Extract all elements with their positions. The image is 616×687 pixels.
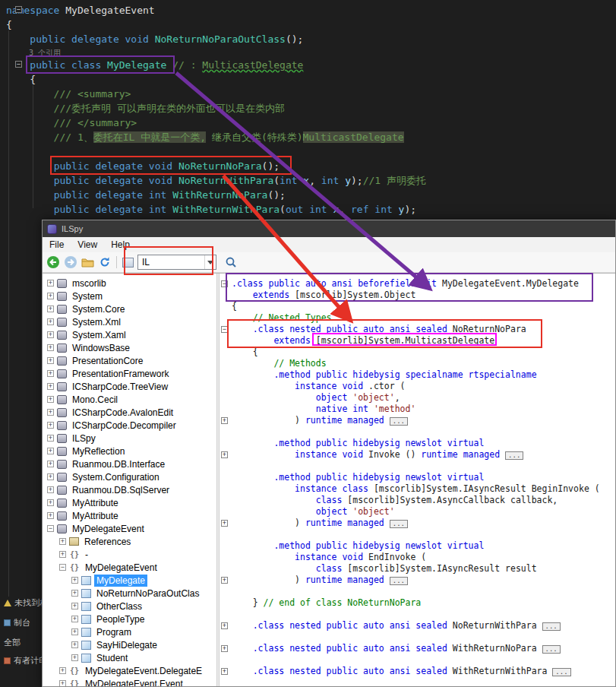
expand-icon[interactable]: +	[46, 448, 55, 454]
expand-icon[interactable]: +	[46, 370, 55, 377]
vs-code-line[interactable]: namespace MyDelegateEvent	[6, 3, 616, 17]
il-code-view[interactable]: −.class public auto ansi beforefieldinit…	[220, 274, 615, 686]
tree-item-PeopleType[interactable]: +PeopleType	[43, 613, 216, 625]
collapse-icon[interactable]: −	[46, 525, 55, 532]
expand-icon[interactable]: +	[46, 306, 55, 312]
collapsed-region-box[interactable]: ...	[552, 668, 570, 676]
il-code-line[interactable]: + ) runtime managed ...	[220, 415, 615, 426]
menu-view[interactable]: View	[71, 239, 104, 250]
expand-icon[interactable]: +	[70, 654, 80, 661]
fold-expand-icon[interactable]: +	[220, 449, 232, 461]
tree-item-ILSpy[interactable]: +ILSpy	[43, 432, 216, 445]
expand-icon[interactable]: +	[46, 344, 55, 351]
fold-collapse-icon[interactable]: −	[15, 61, 22, 68]
collapse-icon[interactable]: −	[58, 564, 68, 571]
tree-item-System.Xaml[interactable]: +System.Xaml	[43, 328, 216, 341]
il-code-line[interactable]: + instance void Invoke () runtime manage…	[220, 449, 615, 461]
collapsed-region-box[interactable]: ...	[542, 622, 561, 631]
expand-icon[interactable]: +	[46, 512, 55, 519]
vs-code-line[interactable]: /// <summary>	[6, 87, 616, 101]
expand-icon[interactable]: +	[46, 499, 55, 506]
fold-expand-icon[interactable]: +	[220, 620, 232, 632]
tree-item-MyAttribute[interactable]: +MyAttribute	[43, 509, 216, 522]
fold-expand-icon[interactable]: +	[220, 666, 232, 677]
expand-icon[interactable]: +	[58, 538, 68, 545]
chevron-down-icon[interactable]	[204, 255, 216, 269]
expand-icon[interactable]: +	[58, 680, 68, 686]
search-icon[interactable]	[225, 256, 237, 268]
tree-item-PresentationCore[interactable]: +PresentationCore	[43, 354, 216, 367]
il-code-line[interactable]: + ) runtime managed ...	[220, 518, 615, 529]
il-code-line[interactable]	[220, 654, 615, 666]
expand-icon[interactable]: +	[46, 486, 55, 493]
expand-icon[interactable]: +	[46, 331, 55, 338]
tree-item-ICSharpCode.Decompiler[interactable]: +ICSharpCode.Decompiler	[43, 419, 216, 432]
il-code-line[interactable]: .method public hidebysig newslot virtual	[220, 472, 615, 483]
il-code-line[interactable]: // Nested Types	[220, 312, 615, 324]
vs-code-line[interactable]: /// 1、委托在IL 中就是一个类, 继承自父类(特殊类)MulticastD…	[6, 130, 616, 144]
expand-icon[interactable]: +	[70, 628, 80, 635]
il-code-line[interactable]: native int 'method'	[220, 404, 615, 415]
fold-expand-icon[interactable]: +	[220, 575, 232, 586]
vs-code-line[interactable]: public delegate void NoReturnWithPara(in…	[6, 173, 616, 188]
il-code-line[interactable]	[220, 461, 615, 472]
collapsed-region-box[interactable]: ...	[390, 520, 408, 528]
collapsed-region-box[interactable]: ...	[390, 417, 408, 426]
il-code-line[interactable]: instance void .ctor (	[220, 381, 615, 392]
tree-item-MyDelegateEvent[interactable]: −{}MyDelegateEvent	[43, 561, 216, 574]
il-code-line[interactable]: {	[220, 347, 615, 358]
il-code-line[interactable]: extends [mscorlib]System.MulticastDelega…	[220, 335, 615, 347]
vs-code-line[interactable]: public delegate void NoReturnNoParaOutCl…	[6, 32, 616, 46]
tree-item-MyDelegateEvent.DelegateE[interactable]: +{}MyDelegateEvent.DelegateE	[43, 664, 216, 677]
il-code-line[interactable]: − .class nested public auto ansi sealed …	[220, 324, 615, 335]
tree-item-ICSharpCode.AvalonEdit[interactable]: +ICSharpCode.AvalonEdit	[43, 406, 216, 419]
il-code-line[interactable]: + .class nested public auto ansi sealed …	[220, 620, 615, 632]
il-code-line[interactable]	[220, 586, 615, 597]
tree-item-OtherClass[interactable]: +OtherClass	[43, 600, 216, 613]
expand-icon[interactable]: +	[46, 357, 55, 364]
expand-icon[interactable]: +	[46, 435, 55, 442]
vs-code-line[interactable]: public delegate void NoReturnNoPara();	[6, 159, 616, 173]
il-code-line[interactable]: + .class nested public auto ansi sealed …	[220, 666, 615, 677]
assembly-tree[interactable]: +mscorlib+System+System.Core+System.Xml+…	[43, 274, 216, 686]
expand-icon[interactable]: +	[70, 641, 80, 648]
vs-code-line[interactable]: /// </summary>	[6, 116, 616, 130]
il-code-line[interactable]	[220, 426, 615, 438]
tree-item-MyDelegate[interactable]: +MyDelegate	[43, 574, 216, 587]
il-code-line[interactable]: .method public hidebysig specialname rts…	[220, 369, 615, 381]
vs-code-line[interactable]: public delegate int WithReturnWithPara(o…	[6, 202, 616, 217]
expand-icon[interactable]: +	[46, 422, 55, 429]
tree-item-MyAttribute[interactable]: +MyAttribute	[43, 496, 216, 509]
tree-item-System[interactable]: +System	[43, 290, 216, 302]
refresh-icon[interactable]	[99, 256, 111, 268]
expand-icon[interactable]: +	[46, 396, 55, 403]
il-code-line[interactable]: extends [mscorlib]System.Object	[220, 290, 615, 301]
il-code-line[interactable]: .method public hidebysig newslot virtual	[220, 438, 615, 449]
expand-icon[interactable]: +	[46, 473, 55, 480]
il-code-line[interactable]: {	[220, 301, 615, 312]
expand-icon[interactable]: +	[58, 667, 68, 674]
tree-item-Ruanmou.DB.SqlServer[interactable]: +Ruanmou.DB.SqlServer	[43, 483, 216, 496]
il-code-line[interactable]	[220, 529, 615, 540]
expand-icon[interactable]: +	[46, 409, 55, 416]
il-code-line[interactable]: class [mscorlib]System.IAsyncResult resu…	[220, 563, 615, 575]
expand-icon[interactable]: +	[70, 603, 80, 609]
expand-icon[interactable]: +	[70, 616, 80, 622]
back-button[interactable]	[46, 255, 60, 269]
expand-icon[interactable]: +	[70, 590, 80, 597]
il-code-line[interactable]	[220, 632, 615, 643]
vs-code-line[interactable]: ///委托声明 可以声明在类的外面也可以是在类内部	[6, 101, 616, 116]
tree-item-WindowsBase[interactable]: +WindowsBase	[43, 341, 216, 354]
collapsed-region-box[interactable]: ...	[505, 451, 523, 460]
tree-item-Program[interactable]: +Program	[43, 625, 216, 638]
open-folder-icon[interactable]	[81, 256, 95, 268]
fold-expand-icon[interactable]: +	[220, 415, 232, 426]
menu-help[interactable]: Help	[104, 239, 137, 250]
tree-item-PresentationFramework[interactable]: +PresentationFramework	[43, 367, 216, 380]
il-code-line[interactable]: + .class nested public auto ansi sealed …	[220, 643, 615, 654]
expand-icon[interactable]: +	[46, 280, 55, 287]
vs-code-line[interactable]: 3 个引用	[6, 46, 616, 58]
expand-icon[interactable]: +	[46, 461, 55, 467]
tree-item-Ruanmou.DB.Interface[interactable]: +Ruanmou.DB.Interface	[43, 457, 216, 470]
vs-code-line[interactable]: {	[6, 72, 616, 87]
